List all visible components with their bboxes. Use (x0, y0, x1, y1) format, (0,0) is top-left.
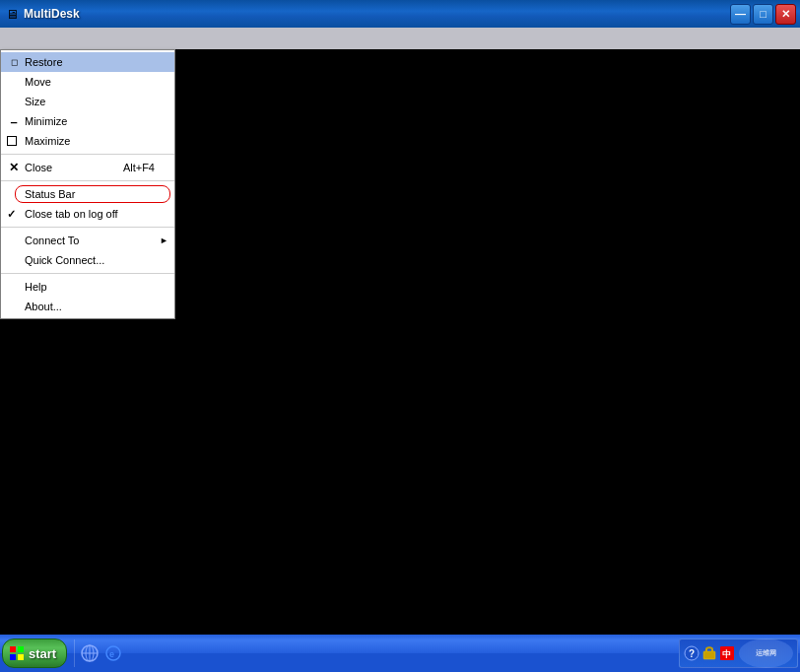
menu-shortcut-close: Alt+F4 (103, 162, 155, 173)
minimize-icon: – (7, 114, 21, 128)
titlebar-buttons: — □ ✕ (730, 4, 796, 25)
menu-label-about: About... (25, 301, 62, 312)
menu-label-size: Size (25, 96, 45, 107)
taskbar: start e ? (0, 635, 800, 672)
menu-item-maximize[interactable]: Maximize (1, 131, 174, 151)
watermark-logo: 运维网 (739, 638, 793, 668)
menu-item-quick-connect[interactable]: Quick Connect... (1, 250, 174, 270)
close-x-icon: ✕ (7, 161, 21, 174)
main-window: 🖥 MultiDesk — □ ✕ ◻ Restore Move Size (0, 0, 800, 672)
svg-rect-12 (703, 651, 715, 659)
menu-label-minimize: Minimize (25, 115, 67, 127)
taskbar-globe-icon[interactable] (78, 641, 101, 665)
tray-help-icon[interactable]: ? (684, 645, 700, 661)
app-icon: 🖥 (4, 6, 20, 22)
menu-label-move: Move (25, 76, 51, 88)
svg-rect-3 (18, 654, 24, 660)
main-content: ◻ Restore Move Size – Minimize Maximize (0, 28, 800, 672)
menu-item-close[interactable]: ✕ Close Alt+F4 (1, 158, 174, 177)
svg-rect-0 (10, 646, 16, 652)
start-button[interactable]: start (2, 638, 67, 668)
menu-item-restore[interactable]: ◻ Restore (1, 52, 174, 72)
start-label: start (29, 646, 56, 661)
taskbar-divider-1 (74, 639, 75, 667)
menu-separator-4 (1, 273, 174, 274)
system-tray: ? 中 运维网 (679, 638, 798, 668)
tray-flag-icon[interactable]: 中 (719, 645, 735, 661)
check-mark-icon: ✓ (7, 208, 16, 221)
tray-security-icon[interactable] (701, 645, 717, 661)
menu-item-connect-to[interactable]: Connect To ► (1, 231, 174, 250)
svg-rect-2 (10, 654, 16, 660)
menu-item-status-bar[interactable]: Status Bar (1, 184, 174, 204)
menu-item-minimize[interactable]: – Minimize (1, 111, 174, 131)
svg-text:?: ? (689, 648, 695, 659)
minimize-button[interactable]: — (730, 4, 751, 25)
tab-area (0, 28, 800, 49)
close-window-button[interactable]: ✕ (775, 4, 796, 25)
menu-label-help: Help (25, 281, 47, 293)
window-title: MultiDesk (24, 7, 730, 21)
menu-item-help[interactable]: Help (1, 277, 174, 297)
submenu-arrow-icon: ► (160, 235, 168, 245)
menu-label-close: Close (25, 162, 52, 173)
menu-label-restore: Restore (25, 56, 63, 68)
menu-separator-2 (1, 180, 174, 181)
menu-label-connect-to: Connect To (25, 235, 79, 246)
menu-label-close-tab: Close tab on log off (25, 208, 118, 220)
menu-label-maximize: Maximize (25, 135, 70, 147)
svg-rect-1 (18, 646, 24, 652)
menu-item-move[interactable]: Move (1, 72, 174, 92)
svg-text:中: 中 (722, 649, 731, 659)
svg-text:e: e (109, 649, 114, 659)
restore-icon: ◻ (7, 55, 21, 69)
menu-separator-1 (1, 154, 174, 155)
windows-logo-icon (9, 645, 25, 661)
menu-item-close-tab[interactable]: ✓ Close tab on log off (1, 204, 174, 224)
menu-separator-3 (1, 227, 174, 228)
menu-item-about[interactable]: About... (1, 297, 174, 316)
titlebar: 🖥 MultiDesk — □ ✕ (0, 0, 800, 28)
taskbar-ie-icon[interactable]: e (101, 641, 125, 665)
maximize-button[interactable]: □ (753, 4, 773, 25)
menu-item-size[interactable]: Size (1, 92, 174, 111)
context-menu: ◻ Restore Move Size – Minimize Maximize (0, 49, 175, 319)
maximize-icon (7, 136, 17, 146)
menu-label-status-bar: Status Bar (25, 188, 75, 200)
menu-label-quick-connect: Quick Connect... (25, 254, 104, 266)
